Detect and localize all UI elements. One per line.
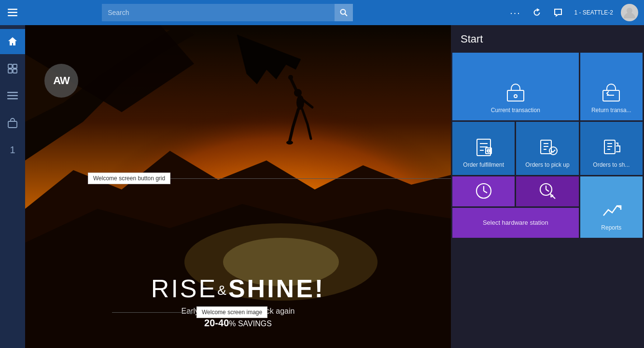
tile-label-current-transaction: Current transaction <box>491 107 540 115</box>
tile-reports[interactable]: Reports <box>580 176 643 238</box>
svg-rect-13 <box>8 121 17 128</box>
right-panel: Start Current transaction <box>451 25 644 348</box>
search-input[interactable] <box>102 4 353 21</box>
svg-line-4 <box>345 14 348 16</box>
chart-icon <box>601 199 622 220</box>
start-header: Start <box>451 25 644 51</box>
svg-rect-2 <box>8 15 17 16</box>
search-button[interactable] <box>335 4 353 21</box>
tile-select-hardware[interactable]: Select hardware station <box>452 208 579 238</box>
svg-point-23 <box>514 95 517 98</box>
svg-rect-0 <box>8 9 17 10</box>
tiles-row-3: Select hardware station Reports <box>451 175 644 238</box>
clock-list-icon <box>539 182 556 200</box>
svg-rect-6 <box>8 64 12 68</box>
tiles-row-2: Order fulfillment Orders to pick up <box>451 120 644 175</box>
sidebar-item-products[interactable] <box>0 56 25 81</box>
tile-label-reports: Reports <box>601 224 621 232</box>
svg-rect-11 <box>7 95 18 97</box>
svg-point-3 <box>341 10 346 14</box>
svg-point-33 <box>549 147 557 155</box>
clock-tiles-container: Select hardware station <box>452 176 579 238</box>
svg-rect-1 <box>8 12 17 14</box>
aw-logo: AW <box>44 64 78 98</box>
top-bar-right: ··· 1 - SEATTLE-2 <box>507 4 638 21</box>
order-icon <box>473 136 494 158</box>
tile-label-return-transaction: Return transa... <box>591 107 631 115</box>
orders-ship-icon <box>601 136 622 158</box>
welcome-image-annotation: Welcome screen image <box>112 306 267 318</box>
svg-rect-9 <box>13 69 17 73</box>
tile-orders-pickup[interactable]: Orders to pick up <box>516 122 578 175</box>
tile-orders-ship[interactable]: Orders to sh... <box>580 122 643 175</box>
tile-current-transaction[interactable]: Current transaction <box>452 53 579 120</box>
svg-line-37 <box>484 191 487 193</box>
annotation-dot-img <box>189 311 193 314</box>
annotation-label-welcome-image: Welcome screen image <box>196 306 267 318</box>
hamburger-button[interactable] <box>0 0 25 25</box>
svg-rect-12 <box>7 98 18 100</box>
sidebar: 1 <box>0 25 25 348</box>
sidebar-item-home[interactable] <box>0 29 25 54</box>
tile-time-clock[interactable] <box>452 176 515 206</box>
svg-point-21 <box>286 141 293 145</box>
rise-shine-heading: RISE&SHINE! <box>151 274 325 303</box>
svg-line-40 <box>546 189 549 191</box>
sidebar-item-number[interactable]: 1 <box>0 137 25 162</box>
annotation-label-button-grid: Welcome screen button grid <box>88 173 170 184</box>
welcome-image-area: AW RISE&SHINE! Earlybird specials are ba… <box>25 25 451 348</box>
tile-order-fulfillment[interactable]: Order fulfillment <box>452 122 515 175</box>
clock-icon <box>475 182 492 200</box>
tile-return-transaction[interactable]: Return transa... <box>580 53 643 120</box>
savings-text: 20-40% SAVINGS <box>151 318 325 329</box>
bag-icon <box>505 82 526 103</box>
welcome-image: AW RISE&SHINE! Earlybird specials are ba… <box>25 25 451 348</box>
welcome-text-area: RISE&SHINE! Earlybird specials are back … <box>151 274 325 329</box>
refresh-button[interactable] <box>528 4 546 21</box>
button-grid-annotation: Welcome screen button grid <box>88 173 451 184</box>
tiles-row-1: Current transaction Return transa... <box>451 51 644 120</box>
tile-select-hardware-content: Select hardware station <box>456 212 575 234</box>
tile-label-order-fulfillment: Order fulfillment <box>463 161 504 169</box>
return-bag-icon <box>601 82 622 103</box>
avatar[interactable] <box>621 4 638 21</box>
svg-rect-22 <box>507 90 524 101</box>
tile-label-orders-ship: Orders to sh... <box>593 161 630 169</box>
svg-rect-10 <box>7 92 18 93</box>
tile-time-log[interactable] <box>516 176 578 206</box>
clock-tiles-row <box>452 176 579 206</box>
svg-rect-7 <box>13 64 17 68</box>
svg-rect-8 <box>8 69 12 73</box>
annotation-line <box>170 178 451 179</box>
search-bar <box>102 4 353 21</box>
svg-point-20 <box>288 75 293 80</box>
tile-label-select-hardware: Select hardware station <box>483 218 548 227</box>
tile-label-orders-pickup: Orders to pick up <box>525 161 569 169</box>
more-options-button[interactable]: ··· <box>507 4 524 21</box>
sidebar-item-bag[interactable] <box>0 110 25 135</box>
store-label: 1 - SEATTLE-2 <box>571 9 617 16</box>
sidebar-item-menu[interactable] <box>0 83 25 108</box>
chat-button[interactable] <box>549 4 567 21</box>
top-bar: ··· 1 - SEATTLE-2 <box>0 0 644 25</box>
annotation-line-img <box>112 312 189 313</box>
orders-pickup-icon <box>537 136 558 158</box>
